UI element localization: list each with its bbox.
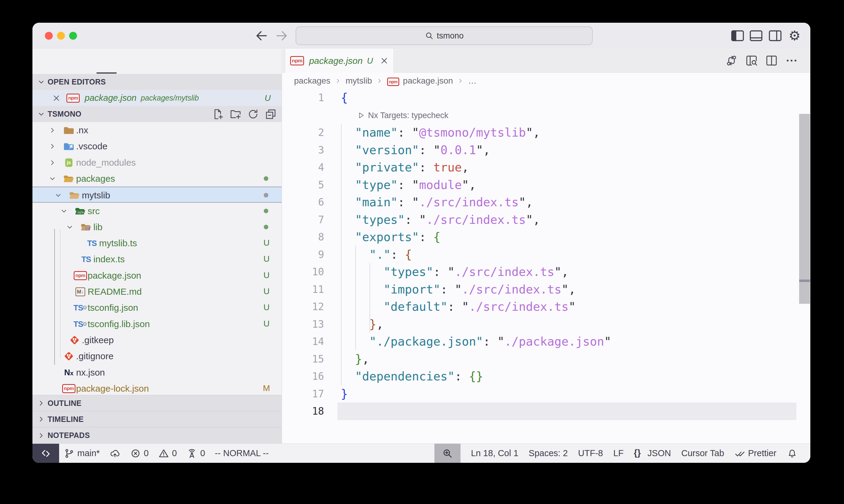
line-number: 13 bbox=[282, 316, 324, 333]
breadcrumb-item[interactable]: mytslib bbox=[346, 76, 372, 86]
toggle-sidebar-left-icon[interactable] bbox=[730, 29, 745, 43]
status-item-lf[interactable]: LF bbox=[613, 448, 624, 458]
tree-item-label: .vscode bbox=[76, 141, 107, 151]
split-editor-icon[interactable] bbox=[765, 54, 778, 67]
status-item-0[interactable]: 0 bbox=[187, 448, 205, 459]
status-item-main-[interactable]: main* bbox=[64, 448, 100, 459]
timeline-header[interactable]: TIMELINE bbox=[32, 411, 282, 427]
tree-item-package-lock-json[interactable]: npmpackage-lock.jsonM bbox=[32, 380, 282, 396]
tree-item-package-json[interactable]: npmpackage.jsonU bbox=[32, 267, 282, 284]
status-item-spaces-2[interactable]: Spaces: 2 bbox=[529, 448, 568, 458]
ts-icon: TS bbox=[81, 254, 91, 265]
tree-item-label: README.md bbox=[88, 287, 142, 297]
play-icon bbox=[357, 111, 365, 119]
status-item-cloud-upload[interactable] bbox=[109, 448, 120, 459]
toggle-sidebar-right-icon[interactable] bbox=[768, 29, 782, 43]
new-folder-icon[interactable] bbox=[229, 108, 242, 120]
close-tab-icon[interactable] bbox=[380, 57, 389, 65]
line-number: 6 bbox=[282, 194, 324, 211]
find-in-editor-icon[interactable] bbox=[745, 54, 758, 67]
code-line-17: } bbox=[341, 385, 348, 403]
open-editor-item[interactable]: npm package.json packages/mytslib U bbox=[32, 90, 282, 106]
code-line-12: "default": "./src/index.ts" bbox=[341, 298, 576, 316]
breadcrumb-separator-icon bbox=[335, 77, 341, 84]
breadcrumb-item[interactable]: npmpackage.json bbox=[387, 76, 453, 86]
bell-icon bbox=[787, 448, 798, 459]
collapse-folders-icon[interactable] bbox=[265, 108, 277, 120]
npm-file-icon: npm bbox=[290, 56, 304, 66]
new-file-icon[interactable] bbox=[212, 108, 224, 120]
line-number: 5 bbox=[282, 176, 324, 194]
settings-gear-icon[interactable]: ⚙ bbox=[787, 29, 802, 43]
tab-package-json[interactable]: npm package.json U bbox=[285, 49, 394, 73]
breadcrumb-item[interactable]: packages bbox=[294, 76, 330, 86]
tree-item-mytslib[interactable]: mytslib bbox=[32, 186, 282, 203]
status-item-ln-18-col-1[interactable]: Ln 18, Col 1 bbox=[471, 448, 518, 458]
status-item-bell[interactable] bbox=[787, 448, 798, 459]
tree-item-label: .gitignore bbox=[76, 351, 114, 361]
status-item-0[interactable]: 0 bbox=[130, 448, 149, 459]
back-arrow-icon[interactable] bbox=[255, 29, 269, 43]
tree-item-label: nx.json bbox=[76, 367, 105, 378]
outline-header[interactable]: OUTLINE bbox=[32, 395, 282, 411]
status-item-cursor-tab[interactable]: Cursor Tab bbox=[681, 448, 724, 458]
status-item--normal-[interactable]: -- NORMAL -- bbox=[215, 448, 269, 458]
tree-item-lib[interactable]: lib bbox=[32, 219, 282, 235]
folder-nx-icon bbox=[63, 125, 74, 136]
tree-item-tsconfig-json[interactable]: TS⚙tsconfig.jsonU bbox=[32, 300, 282, 316]
scrollbar-decoration bbox=[799, 280, 810, 282]
close-window-button[interactable] bbox=[45, 32, 53, 40]
codelens-run-target[interactable]: Nx Targets: typecheck bbox=[357, 107, 448, 124]
command-center-search[interactable]: tsmono bbox=[296, 26, 593, 45]
status-item-json[interactable]: {}JSON bbox=[634, 448, 671, 459]
tree-item-mytslib-ts[interactable]: TSmytslib.tsU bbox=[32, 235, 282, 251]
modified-dot-badge bbox=[264, 225, 268, 229]
breadcrumb-item-label: mytslib bbox=[346, 76, 372, 86]
tree-item-index-ts[interactable]: TSindex.tsU bbox=[32, 251, 282, 267]
search-value: tsmono bbox=[437, 31, 464, 41]
tree-item--gitignore[interactable]: .gitignore bbox=[32, 348, 282, 364]
maximize-window-button[interactable] bbox=[69, 32, 77, 40]
open-changes-icon[interactable] bbox=[725, 54, 738, 67]
tree-item-packages[interactable]: packages bbox=[32, 170, 282, 186]
close-icon[interactable] bbox=[52, 94, 60, 102]
breadcrumb-item-label: package.json bbox=[403, 76, 453, 86]
git-status-badge: U bbox=[261, 303, 272, 312]
workspace-header[interactable]: TSMONO bbox=[32, 106, 282, 122]
minimize-window-button[interactable] bbox=[57, 32, 65, 40]
tree-item-tsconfig-lib-json[interactable]: TS⚙tsconfig.lib.jsonU bbox=[32, 316, 282, 332]
tree-item--gitkeep[interactable]: .gitkeep bbox=[32, 332, 282, 348]
breadcrumb-item[interactable]: … bbox=[468, 76, 477, 86]
toggle-panel-icon[interactable] bbox=[749, 29, 763, 43]
code-area[interactable]: 123456789101112131415161718 { "name": "@… bbox=[282, 89, 810, 444]
status-item-utf-8[interactable]: UTF-8 bbox=[578, 448, 603, 458]
line-number: 4 bbox=[282, 159, 324, 176]
editor-area: npm package.json U bbox=[282, 49, 810, 444]
chevron-right-icon bbox=[49, 142, 56, 150]
scrollbar-thumb[interactable] bbox=[799, 114, 810, 304]
tree-item--vscode[interactable]: .vscode bbox=[32, 138, 282, 154]
current-line-highlight bbox=[338, 402, 796, 420]
remote-indicator[interactable] bbox=[32, 444, 59, 463]
zoom-plus-icon bbox=[442, 448, 453, 459]
line-number: 18 bbox=[282, 402, 324, 420]
tree-item-nx-json[interactable]: Nxnx.json bbox=[32, 364, 282, 380]
more-actions-icon[interactable] bbox=[785, 54, 798, 67]
open-editors-header[interactable]: OPEN EDITORS bbox=[32, 74, 282, 90]
status-item-label: 0 bbox=[144, 448, 149, 458]
tree-item-readme-md[interactable]: M↓README.mdU bbox=[32, 284, 282, 300]
indent-guide bbox=[60, 229, 61, 358]
tree-item--nx[interactable]: .nx bbox=[32, 122, 282, 138]
status-item-prettier[interactable]: Prettier bbox=[735, 448, 776, 459]
tree-item-label: index.ts bbox=[93, 254, 125, 265]
status-item-0[interactable]: 0 bbox=[158, 448, 177, 459]
line-number: 9 bbox=[282, 246, 324, 263]
notepads-header[interactable]: NOTEPADS bbox=[32, 427, 282, 444]
refresh-icon[interactable] bbox=[247, 108, 259, 120]
tree-item-node-modules[interactable]: jsnode_modules bbox=[32, 155, 282, 170]
forward-arrow-icon[interactable] bbox=[275, 29, 289, 43]
app-window: tsmono ⚙ bbox=[32, 23, 810, 463]
status-item-zoom-plus[interactable] bbox=[434, 444, 461, 463]
status-item-label: Spaces: 2 bbox=[529, 448, 568, 458]
tree-item-src[interactable]: </>src bbox=[32, 203, 282, 219]
